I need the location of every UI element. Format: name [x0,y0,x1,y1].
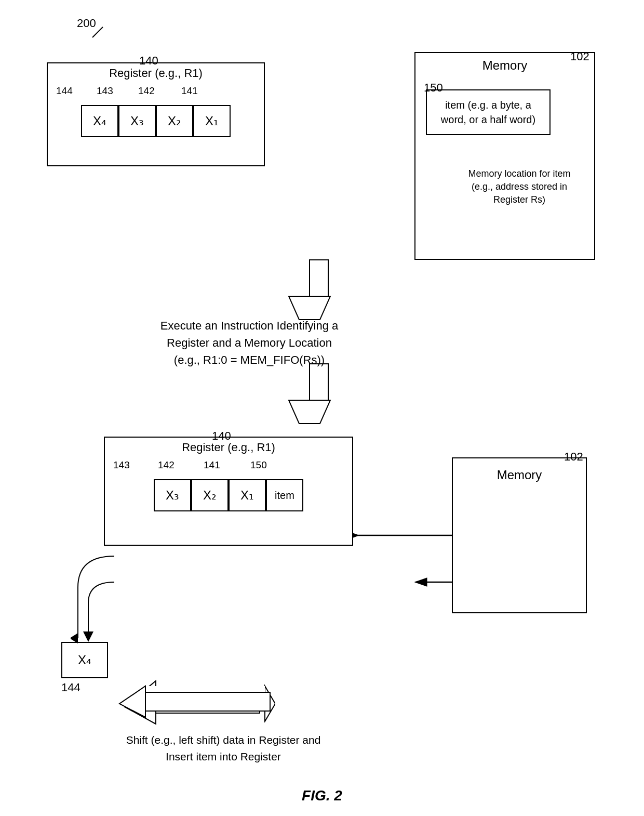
bottom-cell-x3: X₃ [154,479,191,511]
top-memory-title: Memory [415,53,594,78]
ref-140-top-label: 140 [139,54,158,68]
x4-box: X₄ [61,642,108,678]
top-memory-item-box: item (e.g. a byte, a word, or a half wor… [426,89,551,135]
svg-marker-13 [145,686,275,721]
bottom-cell-label-150: 150 [250,459,267,471]
bottom-register-box: Register (e.g., R1) 143 142 141 150 X₃ X… [104,437,353,546]
svg-marker-6 [83,631,93,642]
bottom-memory-title: Memory [497,468,542,482]
cell-x4: X₄ [81,105,118,137]
x4-value: X₄ [78,653,91,667]
ref-150-top-label: 150 [424,81,443,95]
svg-marker-4 [289,400,330,424]
bottom-cell-x2: X₂ [191,479,229,511]
bottom-memory-box: Memory [452,457,587,613]
svg-rect-15 [145,692,270,711]
instruction-text: Execute an Instruction Identifying aRegi… [119,317,379,368]
cell-label-141: 141 [181,85,198,97]
cell-x3: X₃ [118,105,156,137]
svg-marker-8 [125,681,156,724]
svg-rect-7 [156,691,260,713]
svg-rect-1 [310,260,328,296]
bottom-cell-label-143: 143 [113,459,130,471]
cell-label-143: 143 [97,85,113,97]
svg-marker-16 [119,686,145,717]
cell-x1: X₁ [193,105,231,137]
ref-102-top-label: 102 [570,50,589,63]
cell-x2: X₂ [156,105,193,137]
memory-location-text: Memory location for item(e.g., address s… [447,167,592,207]
cell-label-144: 144 [56,85,73,97]
bottom-cell-label-142: 142 [158,459,175,471]
shift-text: Shift (e.g., left shift) data in Registe… [83,732,364,765]
cell-label-142: 142 [138,85,155,97]
fig-label: FIG. 2 [275,787,369,804]
svg-marker-2 [289,296,330,320]
svg-rect-3 [310,364,328,400]
bottom-cell-x1: X₁ [229,479,266,511]
ref-144-bottom-label: 144 [61,681,81,694]
bottom-cell-item: item [266,479,303,511]
ref-200-label: 200 [77,17,96,30]
top-register-box: Register (e.g., R1) 144 143 142 141 X₄ X… [47,62,265,166]
ref-140-bottom-label: 140 [212,429,231,443]
svg-marker-14 [145,686,265,699]
ref-102-bottom-label: 102 [564,450,583,464]
bottom-cell-label-141: 141 [204,459,220,471]
